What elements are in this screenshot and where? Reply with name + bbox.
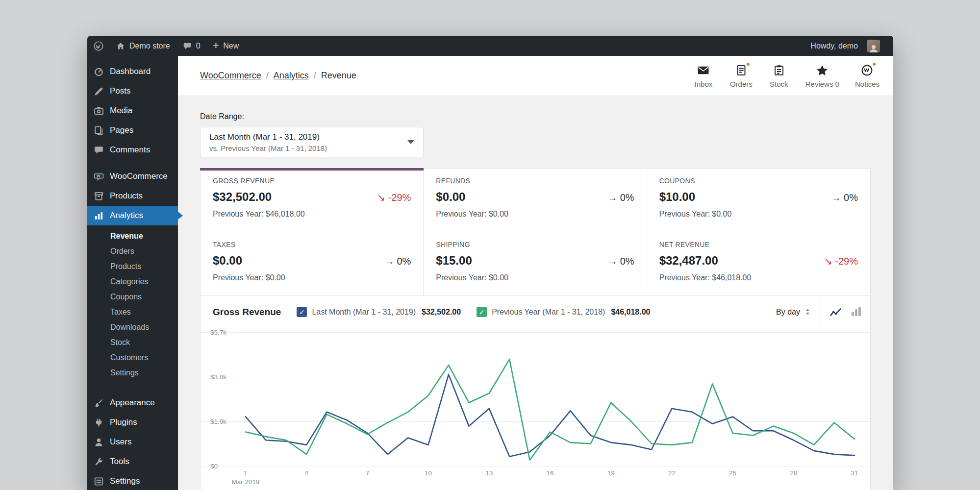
- summary-previous: Previous Year: $0.00: [436, 273, 634, 282]
- inbox-icon: [697, 64, 709, 77]
- date-range-primary: Last Month (Mar 1 - 31, 2019): [209, 132, 327, 142]
- breadcrumb-separator: /: [314, 71, 316, 81]
- sidebar-item-appearance[interactable]: Appearance: [87, 393, 178, 413]
- comment-bubble-icon: [183, 42, 192, 50]
- breadcrumb-link-analytics[interactable]: Analytics: [274, 71, 309, 81]
- sidebar-item-products[interactable]: Products: [87, 186, 178, 206]
- checkbox-checked-icon[interactable]: ✓: [297, 307, 307, 317]
- sidebar-item-media[interactable]: Media: [87, 101, 178, 121]
- date-range-secondary: vs. Previous Year (Mar 1 - 31, 2018): [209, 144, 327, 152]
- summary-value: $32,487.00: [659, 254, 718, 268]
- analytics-submenu: Revenue Orders Products Categories Coupo…: [87, 225, 178, 386]
- summary-delta: → 0%: [384, 256, 411, 267]
- admin-sidebar: Dashboard Posts Media Pages Comments: [87, 56, 178, 490]
- submenu-item-downloads[interactable]: Downloads: [87, 319, 178, 335]
- line-chart-toggle[interactable]: [829, 305, 842, 318]
- unread-badge: [746, 62, 751, 67]
- activity-inbox[interactable]: Inbox: [693, 64, 714, 88]
- trend-flat-icon: →: [607, 192, 617, 203]
- stepper-updown-icon: [804, 308, 812, 316]
- breadcrumb-separator: /: [266, 71, 269, 81]
- breadcrumb-link-woocommerce[interactable]: WooCommerce: [200, 71, 261, 81]
- activity-reviews[interactable]: Reviews 0: [805, 64, 839, 88]
- svg-text:31: 31: [851, 469, 858, 477]
- chart-title: Gross Revenue: [213, 307, 281, 318]
- summary-delta: ↘ -29%: [824, 255, 858, 267]
- wp-admin-window: Demo store 0 + New Howdy, demo D: [87, 36, 893, 490]
- submenu-item-categories[interactable]: Categories: [87, 274, 178, 289]
- sidebar-item-comments[interactable]: Comments: [87, 140, 178, 160]
- bar-chart-icon: [850, 306, 862, 318]
- summary-value: $10.00: [659, 190, 695, 204]
- sidebar-label: Settings: [110, 476, 140, 486]
- new-content-menu[interactable]: + New: [207, 36, 246, 56]
- svg-text:19: 19: [607, 469, 615, 477]
- wp-logo-menu[interactable]: [87, 36, 110, 56]
- interval-select[interactable]: By day: [767, 308, 821, 317]
- dashboard-icon: [94, 67, 104, 77]
- activity-label: Stock: [770, 80, 788, 88]
- sidebar-item-tools[interactable]: Tools: [87, 452, 178, 471]
- summary-label: GROSS REVENUE: [213, 177, 411, 185]
- plugins-icon: [94, 417, 104, 428]
- submenu-item-orders[interactable]: Orders: [87, 244, 178, 259]
- summary-card-gross-revenue[interactable]: GROSS REVENUE $32,502.00 ↘ -29% Previous…: [201, 169, 424, 232]
- comments-count: 0: [196, 42, 201, 50]
- activity-orders[interactable]: Orders: [730, 64, 753, 88]
- posts-icon: [94, 86, 104, 97]
- summary-card-net-revenue[interactable]: NET REVENUE $32,487.00 ↘ -29% Previous Y…: [647, 232, 870, 296]
- home-icon: [116, 42, 125, 50]
- wp-admin-bar: Demo store 0 + New Howdy, demo: [87, 36, 893, 56]
- bar-chart-toggle[interactable]: [850, 306, 862, 318]
- submenu-item-products[interactable]: Products: [87, 259, 178, 274]
- users-icon: [94, 437, 104, 447]
- sidebar-label: Tools: [110, 457, 129, 466]
- submenu-item-customers[interactable]: Customers: [87, 350, 178, 365]
- sidebar-item-pages[interactable]: Pages: [87, 121, 178, 140]
- svg-text:16: 16: [546, 469, 553, 477]
- site-name-menu[interactable]: Demo store: [110, 36, 176, 56]
- legend-total: $46,018.00: [611, 308, 650, 317]
- activity-label: Orders: [730, 80, 753, 88]
- submenu-item-stock[interactable]: Stock: [87, 335, 178, 350]
- sidebar-item-users[interactable]: Users: [87, 432, 178, 452]
- submenu-item-taxes[interactable]: Taxes: [87, 304, 178, 319]
- woocommerce-icon: [94, 172, 104, 182]
- pages-icon: [94, 125, 104, 136]
- summary-card-coupons[interactable]: COUPONS $10.00 → 0% Previous Year: $0.00: [647, 169, 870, 232]
- submenu-item-revenue[interactable]: Revenue: [87, 228, 178, 244]
- sidebar-item-posts[interactable]: Posts: [87, 81, 178, 101]
- orders-icon: [735, 64, 747, 77]
- summary-card-taxes[interactable]: TAXES $0.00 → 0% Previous Year: $0.00: [201, 232, 424, 296]
- activity-notices[interactable]: Notices: [855, 64, 879, 88]
- submenu-item-coupons[interactable]: Coupons: [87, 289, 178, 304]
- sidebar-item-dashboard[interactable]: Dashboard: [87, 62, 178, 81]
- comments-menu[interactable]: 0: [176, 36, 207, 56]
- my-account-menu[interactable]: Howdy, demo: [804, 40, 886, 52]
- summary-previous: Previous Year: $0.00: [436, 210, 634, 219]
- sidebar-item-woocommerce[interactable]: WooCommerce: [87, 167, 178, 186]
- sidebar-label: Posts: [110, 86, 131, 96]
- date-range-label: Date Range:: [200, 112, 871, 121]
- summary-card-refunds[interactable]: REFUNDS $0.00 → 0% Previous Year: $0.00: [424, 169, 647, 232]
- sidebar-item-settings[interactable]: Settings: [87, 471, 178, 490]
- products-icon: [94, 191, 104, 201]
- sidebar-item-analytics[interactable]: Analytics: [87, 206, 178, 225]
- revenue-line-chart[interactable]: $0$1.9k$3.8k$5.7k1471013161922252831Mar …: [201, 328, 870, 490]
- legend-item-last-month[interactable]: ✓ Last Month (Mar 1 - 31, 2019) $32,502.…: [297, 307, 461, 317]
- activity-stock[interactable]: Stock: [768, 64, 790, 88]
- svg-text:1: 1: [244, 469, 248, 477]
- checkbox-checked-icon[interactable]: ✓: [477, 307, 487, 317]
- summary-card-shipping[interactable]: SHIPPING $15.00 → 0% Previous Year: $0.0…: [424, 232, 647, 296]
- legend-item-previous-year[interactable]: ✓ Previous Year (Mar 1 - 31, 2018) $46,0…: [477, 307, 650, 317]
- submenu-item-settings[interactable]: Settings: [87, 365, 178, 380]
- howdy-label: Howdy, demo: [810, 42, 858, 50]
- trend-flat-icon: →: [831, 192, 841, 203]
- legend-label: Previous Year (Mar 1 - 31, 2018): [492, 308, 605, 317]
- svg-text:Mar 2019: Mar 2019: [231, 478, 259, 486]
- summary-value: $0.00: [213, 254, 242, 268]
- activity-label: Notices: [855, 80, 879, 88]
- svg-text:4: 4: [304, 469, 308, 477]
- date-range-select[interactable]: Last Month (Mar 1 - 31, 2019) vs. Previo…: [200, 127, 424, 157]
- sidebar-item-plugins[interactable]: Plugins: [87, 413, 178, 432]
